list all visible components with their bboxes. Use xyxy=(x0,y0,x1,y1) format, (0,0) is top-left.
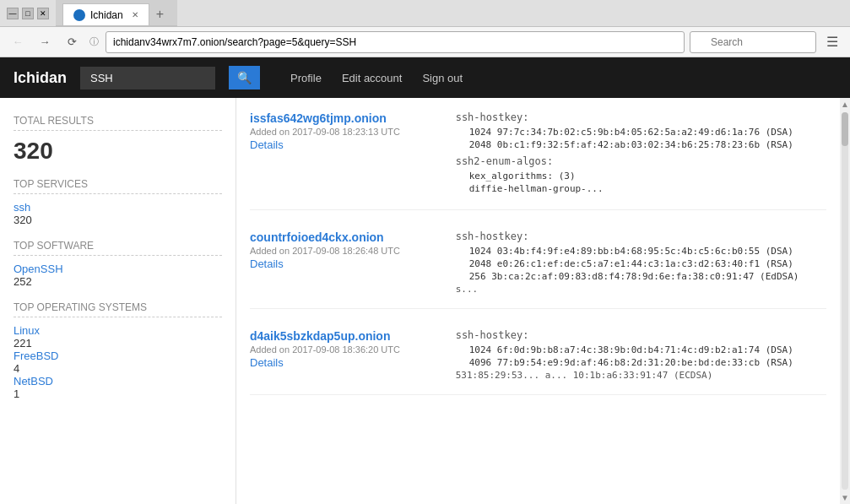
tab-title: Ichidan xyxy=(90,9,123,21)
scroll-thumb[interactable] xyxy=(842,112,848,146)
software-name-openssh[interactable]: OpenSSH xyxy=(14,263,222,275)
result-date-3: Added on 2017-09-08 18:36:20 UTC xyxy=(250,344,436,355)
top-os-label: Top Operating Systems xyxy=(14,301,222,317)
app-logo: Ichidan xyxy=(14,69,67,87)
minimize-button[interactable]: — xyxy=(7,8,19,19)
result-details-1[interactable]: Details xyxy=(250,138,436,151)
os-count-linux: 221 xyxy=(14,337,222,350)
table-row: issfas642wg6tjmp.onion Added on 2017-09-… xyxy=(250,111,826,210)
enum-label-1: ssh2-enum-algos: xyxy=(456,155,826,167)
nav-edit-account[interactable]: Edit account xyxy=(332,65,413,91)
key-line-3-0: 1024 6f:0d:9b:b8:a7:4c:38:9b:0d:b4:71:4c… xyxy=(469,344,826,355)
scrollbar[interactable]: ▲ ▼ xyxy=(840,98,850,504)
top-services-section: Top Services ssh 320 xyxy=(14,178,222,226)
nav-sign-out[interactable]: Sign out xyxy=(412,65,473,91)
address-bar: ← → ⟳ ⓘ 🔍 ☰ xyxy=(0,27,850,57)
result-right-3: ssh-hostkey: 1024 6f:0d:9b:b8:a7:4c:38:9… xyxy=(456,329,826,381)
top-services-label: Top Services xyxy=(14,178,222,194)
os-name-linux[interactable]: Linux xyxy=(14,324,222,337)
tab-favicon xyxy=(73,9,85,21)
window-controls: — □ ✕ xyxy=(7,8,49,19)
result-left-2: countrfoioed4ckx.onion Added on 2017-09-… xyxy=(250,230,436,295)
result-right-2: ssh-hostkey: 1024 03:4b:f4:9f:e4:89:bb:b… xyxy=(456,230,826,295)
enum-line-1-0: kex_algorithms: (3) xyxy=(469,171,826,182)
key-line-2-0: 1024 03:4b:f4:9f:e4:89:bb:b4:68:95:5c:4b… xyxy=(469,246,826,257)
maximize-button[interactable]: □ xyxy=(22,8,34,19)
os-count-netbsd: 1 xyxy=(14,387,222,400)
result-date-2: Added on 2017-09-08 18:26:48 UTC xyxy=(250,246,436,256)
service-count-ssh: 320 xyxy=(14,214,222,226)
result-extra-2: s... xyxy=(456,284,826,295)
main-content: Total Results 320 Top Services ssh 320 T… xyxy=(0,98,850,504)
key-line-3-1: 4096 77:b9:54:e9:9d:af:46:b8:2d:31:20:be… xyxy=(469,357,826,368)
address-input[interactable] xyxy=(106,31,685,53)
reload-button[interactable]: ⟳ xyxy=(61,31,83,53)
window-chrome: — □ ✕ Ichidan ✕ + xyxy=(0,0,850,27)
hostkey-label-3: ssh-hostkey: xyxy=(456,329,826,341)
sidebar: Total Results 320 Top Services ssh 320 T… xyxy=(0,98,236,504)
tab-close-button[interactable]: ✕ xyxy=(132,10,138,19)
result-left-1: issfas642wg6tjmp.onion Added on 2017-09-… xyxy=(250,111,436,196)
enum-line-1-1: diffie-hellman-group-... xyxy=(469,183,826,194)
software-count-openssh: 252 xyxy=(14,275,222,288)
top-os-section: Top Operating Systems Linux 221 FreeBSD … xyxy=(14,301,222,400)
new-tab-button[interactable]: + xyxy=(149,3,171,25)
active-tab[interactable]: Ichidan ✕ xyxy=(62,3,149,25)
app-nav: Profile Edit account Sign out xyxy=(280,65,473,91)
total-results-value: 320 xyxy=(14,138,222,165)
scroll-down-arrow[interactable]: ▼ xyxy=(839,491,850,504)
scroll-up-arrow[interactable]: ▲ xyxy=(839,98,850,111)
info-icon: ⓘ xyxy=(89,35,99,48)
key-line-1-1: 2048 0b:c1:f9:32:5f:af:42:ab:03:02:34:b6… xyxy=(469,139,826,150)
key-line-2-2: 256 3b:ca:2c:af:09:83:d8:f4:78:9d:6e:fa:… xyxy=(469,271,826,282)
result-left-3: d4aik5sbzkdap5up.onion Added on 2017-09-… xyxy=(250,329,436,381)
list-item: Linux 221 xyxy=(14,324,222,350)
total-results-label: Total Results xyxy=(14,115,222,131)
back-button[interactable]: ← xyxy=(7,31,29,53)
search-wrapper: 🔍 xyxy=(690,31,816,53)
result-date-1: Added on 2017-09-08 18:23:13 UTC xyxy=(250,127,436,137)
key-line-2-1: 2048 e0:26:c1:ef:de:c5:a7:e1:44:c3:1a:c3… xyxy=(469,258,826,269)
list-item: ssh 320 xyxy=(14,201,222,226)
close-button[interactable]: ✕ xyxy=(37,8,49,19)
total-results-section: Total Results 320 xyxy=(14,115,222,165)
app-header: Ichidan 🔍 Profile Edit account Sign out xyxy=(0,57,850,98)
result-right-1: ssh-hostkey: 1024 97:7c:34:7b:02:c5:9b:b… xyxy=(456,111,826,196)
list-item: FreeBSD 4 xyxy=(14,350,222,375)
app-search-input[interactable] xyxy=(80,67,215,89)
service-name-ssh[interactable]: ssh xyxy=(14,201,222,214)
hostkey-label-2: ssh-hostkey: xyxy=(456,230,826,242)
table-row: countrfoioed4ckx.onion Added on 2017-09-… xyxy=(250,230,826,309)
top-software-section: Top Software OpenSSH 252 xyxy=(14,240,222,288)
os-count-freebsd: 4 xyxy=(14,362,222,375)
result-details-2[interactable]: Details xyxy=(250,257,436,270)
app-search-button[interactable]: 🔍 xyxy=(229,66,260,89)
tab-bar: Ichidan ✕ + xyxy=(56,0,177,26)
results-list: issfas642wg6tjmp.onion Added on 2017-09-… xyxy=(236,98,840,504)
result-extra-3: 531:85:29:53... a... 10:1b:a6:33:91:47 (… xyxy=(456,370,826,381)
list-item: NetBSD 1 xyxy=(14,375,222,400)
key-line-1-0: 1024 97:7c:34:7b:02:c5:9b:b4:05:62:5a:a2… xyxy=(469,127,826,138)
scroll-track[interactable] xyxy=(842,112,848,490)
nav-profile[interactable]: Profile xyxy=(280,65,332,91)
result-domain-3[interactable]: d4aik5sbzkdap5up.onion xyxy=(250,329,390,343)
os-name-netbsd[interactable]: NetBSD xyxy=(14,375,222,387)
browser-menu-button[interactable]: ☰ xyxy=(821,31,843,53)
hostkey-label-1: ssh-hostkey: xyxy=(456,111,826,123)
table-row: d4aik5sbzkdap5up.onion Added on 2017-09-… xyxy=(250,329,826,395)
os-name-freebsd[interactable]: FreeBSD xyxy=(14,350,222,362)
result-domain-1[interactable]: issfas642wg6tjmp.onion xyxy=(250,111,387,125)
result-details-3[interactable]: Details xyxy=(250,356,436,369)
result-domain-2[interactable]: countrfoioed4ckx.onion xyxy=(250,230,384,244)
list-item: OpenSSH 252 xyxy=(14,263,222,288)
forward-button[interactable]: → xyxy=(34,31,56,53)
top-software-label: Top Software xyxy=(14,240,222,256)
browser-search-input[interactable] xyxy=(690,31,816,53)
